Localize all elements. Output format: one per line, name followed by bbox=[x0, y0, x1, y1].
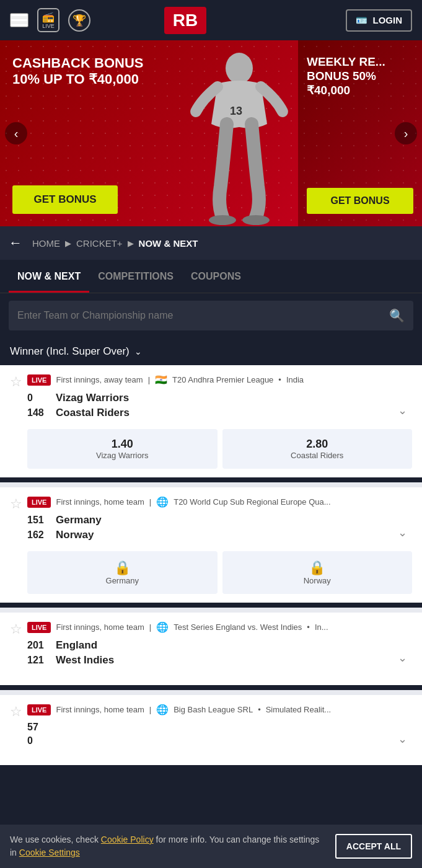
login-icon: 🪪 bbox=[356, 15, 367, 26]
team1-name: Vizag Warriors bbox=[56, 392, 129, 404]
filter-label: Winner (Incl. Super Over) bbox=[10, 345, 130, 358]
banner-main-cta[interactable]: GET BONUS bbox=[12, 185, 118, 214]
odd-button-1[interactable]: 🔒 Germany bbox=[27, 551, 218, 594]
tab-coupons[interactable]: COUPONS bbox=[182, 260, 250, 293]
banner-secondary-title: WEEKLY RE...BONUS 50%₹40,000 bbox=[307, 55, 413, 97]
header-left: 📻 LIVE 🏆 bbox=[10, 8, 90, 32]
expand-button[interactable]: ⌄ bbox=[392, 729, 412, 749]
match-meta: LIVE First innings, home team | 🌐 T20 Wo… bbox=[27, 496, 412, 508]
svg-point-2 bbox=[209, 215, 236, 225]
team2-score: 162 bbox=[27, 529, 50, 541]
match-teams: 0 Vizag Warriors 148 Coastal Riders bbox=[27, 392, 392, 422]
trophy-icon[interactable]: 🏆 bbox=[68, 9, 90, 32]
team2-name: Norway bbox=[56, 529, 94, 541]
odd-button-2[interactable]: 2.80 Coastal Riders bbox=[222, 429, 413, 469]
favorite-button[interactable]: ☆ bbox=[10, 621, 22, 637]
team1-score: 57 bbox=[27, 722, 50, 733]
banner-prev-button[interactable]: ‹ bbox=[5, 122, 27, 144]
chevron-down-icon: ⌄ bbox=[134, 347, 142, 356]
search-input[interactable] bbox=[17, 310, 389, 321]
live-label: LIVE bbox=[42, 23, 55, 29]
odd2-label: Norway bbox=[304, 576, 331, 585]
favorite-button[interactable]: ☆ bbox=[10, 374, 22, 390]
live-badge: LIVE bbox=[27, 622, 51, 633]
live-radio-icon[interactable]: 📻 LIVE bbox=[37, 8, 59, 32]
breadcrumb: ← HOME ▶ CRICKET+ ▶ NOW & NEXT bbox=[0, 226, 422, 260]
odd1-label: Germany bbox=[106, 576, 139, 585]
match-league: Test Series England vs. West Indies bbox=[174, 622, 302, 632]
flag-icon: 🌐 bbox=[156, 496, 169, 508]
match-teams: 151 Germany 162 Norway bbox=[27, 514, 392, 544]
banner-main: CASHBACK BONUS 10% UP TO ₹40,000 13 bbox=[0, 40, 298, 226]
match-card: ☆ LIVE First innings, home team | 🌐 Test… bbox=[0, 613, 422, 685]
filter-bar[interactable]: Winner (Incl. Super Over) ⌄ bbox=[0, 338, 422, 365]
breadcrumb-sep1: ▶ bbox=[65, 239, 71, 248]
team1-score: 151 bbox=[27, 515, 50, 526]
match-country: Simulated Realit... bbox=[266, 705, 332, 714]
team2-score: 121 bbox=[27, 655, 50, 666]
live-badge: LIVE bbox=[27, 374, 51, 386]
match-info: First innings, home team bbox=[56, 622, 144, 632]
odd1-label: Vizag Warriors bbox=[96, 451, 149, 460]
svg-point-3 bbox=[242, 215, 270, 225]
divider bbox=[0, 482, 422, 487]
search-input-wrap: 🔍 bbox=[9, 301, 413, 330]
lock-icon: 🔒 bbox=[229, 560, 407, 576]
match-odds: 🔒 Germany 🔒 Norway bbox=[27, 551, 412, 594]
team1-score: 0 bbox=[27, 392, 50, 404]
odd2-value: 2.80 bbox=[229, 438, 407, 451]
breadcrumb-current: NOW & NEXT bbox=[139, 238, 198, 249]
odd2-label: Coastal Riders bbox=[291, 451, 343, 460]
team1-name: Germany bbox=[56, 514, 102, 526]
match-teams: 57 0 bbox=[27, 722, 392, 749]
odd1-value: 1.40 bbox=[33, 438, 211, 451]
flag-icon: 🌐 bbox=[156, 704, 169, 715]
breadcrumb-home[interactable]: HOME bbox=[32, 238, 60, 249]
brand-logo: RB bbox=[164, 7, 206, 34]
menu-button[interactable] bbox=[10, 13, 29, 27]
svg-point-0 bbox=[226, 53, 253, 84]
login-label: LOGIN bbox=[372, 15, 402, 25]
odd-button-1[interactable]: 1.40 Vizag Warriors bbox=[27, 429, 218, 469]
odd-button-2[interactable]: 🔒 Norway bbox=[222, 551, 413, 594]
match-card: ☆ LIVE First innings, home team | 🌐 T20 … bbox=[0, 487, 422, 603]
live-badge: LIVE bbox=[27, 704, 51, 715]
match-meta: LIVE First innings, home team | 🌐 Big Ba… bbox=[27, 704, 412, 715]
banner-next-button[interactable]: › bbox=[395, 122, 417, 144]
promo-banner: ‹ CASHBACK BONUS 10% UP TO ₹40,000 13 bbox=[0, 40, 422, 226]
login-button[interactable]: 🪪 LOGIN bbox=[346, 9, 412, 32]
match-meta: LIVE First innings, home team | 🌐 Test S… bbox=[27, 621, 412, 633]
favorite-button[interactable]: ☆ bbox=[10, 496, 22, 512]
app-header: 📻 LIVE 🏆 RB 🪪 LOGIN bbox=[0, 0, 422, 40]
tab-competitions[interactable]: COMPETITIONS bbox=[89, 260, 182, 293]
tab-now-next[interactable]: NOW & NEXT bbox=[9, 260, 89, 293]
search-bar: 🔍 bbox=[0, 293, 422, 338]
banner-secondary-cta[interactable]: GET BONUS bbox=[307, 188, 413, 214]
divider bbox=[0, 608, 422, 613]
match-odds: 1.40 Vizag Warriors 2.80 Coastal Riders bbox=[27, 429, 412, 469]
flag-icon: 🌐 bbox=[156, 621, 169, 633]
live-badge: LIVE bbox=[27, 497, 51, 508]
search-icon: 🔍 bbox=[389, 308, 405, 323]
team2-score: 0 bbox=[27, 735, 50, 746]
team2-score: 148 bbox=[27, 407, 50, 418]
match-info: First innings, home team bbox=[56, 705, 144, 714]
expand-button[interactable]: ⌄ bbox=[392, 401, 412, 420]
banner-secondary-text: WEEKLY RE...BONUS 50%₹40,000 bbox=[307, 55, 413, 97]
back-button[interactable]: ← bbox=[9, 235, 22, 251]
favorite-button[interactable]: ☆ bbox=[10, 704, 22, 720]
team1-name: England bbox=[56, 639, 97, 652]
match-meta: LIVE First innings, away team | 🇮🇳 T20 A… bbox=[27, 374, 412, 386]
flag-icon: 🇮🇳 bbox=[155, 374, 167, 386]
tabs-bar: NOW & NEXT COMPETITIONS COUPONS bbox=[0, 260, 422, 293]
expand-button[interactable]: ⌄ bbox=[392, 648, 412, 668]
breadcrumb-cricket[interactable]: CRICKET+ bbox=[76, 238, 123, 249]
breadcrumb-sep2: ▶ bbox=[128, 239, 134, 248]
divider bbox=[0, 690, 422, 695]
expand-button[interactable]: ⌄ bbox=[392, 523, 412, 542]
match-country: India bbox=[286, 375, 304, 384]
match-league: T20 Andhra Premier League bbox=[172, 375, 273, 384]
match-country: In... bbox=[315, 622, 328, 632]
match-league: Big Bash League SRL bbox=[174, 705, 253, 714]
team1-score: 201 bbox=[27, 640, 50, 651]
